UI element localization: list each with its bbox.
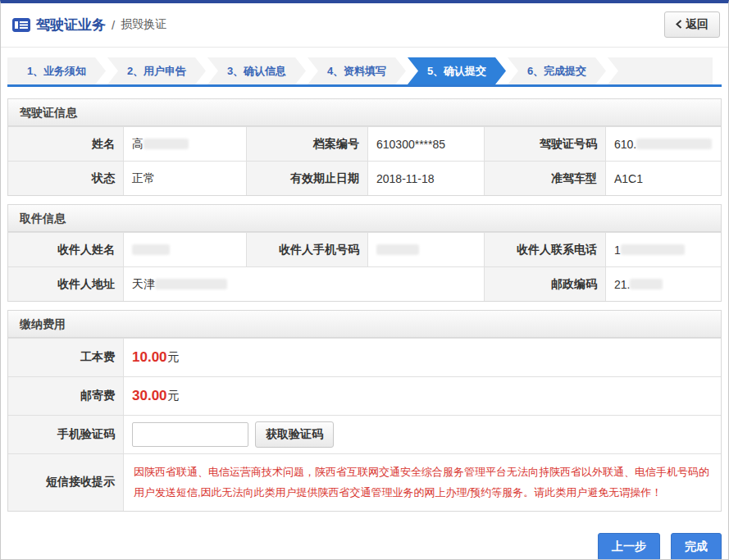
status-value: 正常 [124,162,247,195]
table-row: 状态 正常 有效期止日期 2018-11-18 准驾车型 A1C1 [8,161,721,195]
recipient-name-label: 收件人姓名 [8,233,124,266]
sms-code-input[interactable] [132,422,248,447]
page: 驾驶证业务 / 损毁换证 返回 1、业务须知 2、用户申告 3、确认信息 4、资… [0,0,729,560]
sms-notice-cell: 因陕西省联通、电信运营商技术问题，陕西省互联网交通安全综合服务管理平台无法向持陕… [124,454,721,511]
name-value: 高 [124,127,247,161]
recipient-mobile-value [368,233,485,266]
page-title: 驾驶证业务 [36,16,106,34]
pickup-info-section: 取件信息 收件人姓名 收件人手机号码 收件人联系电话 1 收件人地址 天津 邮政… [7,204,722,302]
get-sms-code-button[interactable]: 获取验证码 [255,421,334,448]
breadcrumb: 驾驶证业务 / 损毁换证 [12,16,166,34]
back-button[interactable]: 返回 [664,11,720,38]
license-no-label: 驾驶证号码 [485,127,606,161]
page-subtitle: 损毁换证 [121,17,166,32]
recipient-name-value [124,233,247,266]
topbar: 驾驶证业务 / 损毁换证 返回 [1,3,728,48]
fees-section: 缴纳费用 工本费 10.00元 邮寄费 30.00元 手机验证码 获取验证码 短… [7,310,722,512]
status-label: 状态 [8,162,124,195]
table-row: 工本费 10.00元 [8,338,721,376]
sms-code-field-area: 获取验证码 [124,416,721,453]
step-tab-1[interactable]: 1、业务须知 [7,57,106,84]
production-fee-label: 工本费 [8,339,124,376]
recipient-address-value: 天津 [124,267,485,301]
table-row: 收件人姓名 收件人手机号码 收件人联系电话 1 [8,232,721,266]
file-no-value: 610300****85 [368,127,485,161]
postal-code-label: 邮政编码 [485,267,606,301]
redaction-blur [636,139,712,149]
license-info-section: 驾驶证信息 姓名 高 档案编号 610300****85 驾驶证号码 610. … [7,98,722,196]
breadcrumb-divider: / [112,18,115,32]
redaction-blur [144,139,189,149]
back-button-label: 返回 [686,17,708,32]
fees-section-title: 缴纳费用 [8,311,721,338]
previous-step-button[interactable]: 上一步 [598,533,660,560]
sms-notice-label: 短信接收提示 [8,454,124,511]
postage-fee-label: 邮寄费 [8,377,124,415]
step-tab-4[interactable]: 4、资料填写 [308,57,406,84]
postage-fee-unit: 元 [168,389,180,403]
pickup-section-title: 取件信息 [8,205,721,232]
vehicle-class-label: 准驾车型 [485,162,606,195]
vehicle-class-value: A1C1 [606,162,721,195]
table-row: 收件人地址 天津 邮政编码 21. [8,266,721,301]
production-fee-unit: 元 [168,350,180,365]
recipient-address-label: 收件人地址 [8,267,124,301]
file-no-label: 档案编号 [247,127,368,161]
postal-code-value: 21. [606,267,721,301]
redaction-blur [630,279,663,289]
step-tab-5-active[interactable]: 5、确认提交 [408,57,506,84]
redaction-blur [621,244,685,255]
expiry-label: 有效期止日期 [247,162,368,195]
production-fee-value: 10.00元 [124,339,721,376]
license-no-value: 610. [606,127,721,161]
license-card-icon [12,18,30,32]
production-fee-amount: 10.00 [132,349,167,366]
finish-button[interactable]: 完成 [671,533,722,560]
step-progress-bar: 1、业务须知 2、用户申告 3、确认信息 4、资料填写 5、确认提交 6、完成提… [7,57,722,87]
expiry-value: 2018-11-18 [368,162,485,195]
recipient-phone-value: 1 [606,233,721,266]
table-row: 邮寄费 30.00元 [8,376,721,415]
footer-actions: 上一步 完成 [7,533,722,560]
name-label: 姓名 [8,127,124,161]
table-row: 姓名 高 档案编号 610300****85 驾驶证号码 610. [8,126,721,161]
step-tab-6[interactable]: 6、完成提交 [508,57,606,84]
table-row: 手机验证码 获取验证码 [8,415,721,453]
postage-fee-value: 30.00元 [124,377,721,415]
table-row: 短信接收提示 因陕西省联通、电信运营商技术问题，陕西省互联网交通安全综合服务管理… [8,453,721,511]
step-bar-filler [608,57,713,84]
recipient-mobile-label: 收件人手机号码 [247,233,368,266]
redaction-blur [132,244,170,255]
postage-fee-amount: 30.00 [132,388,167,404]
redaction-blur [155,279,227,289]
chevron-left-icon [676,18,682,31]
sms-code-label: 手机验证码 [8,416,124,453]
sms-notice-text: 因陕西省联通、电信运营商技术问题，陕西省互联网交通安全综合服务管理平台无法向持陕… [132,454,713,511]
license-section-title: 驾驶证信息 [8,99,721,126]
step-tab-2[interactable]: 2、用户申告 [107,57,206,84]
redaction-blur [376,244,419,255]
recipient-phone-label: 收件人联系电话 [485,233,606,266]
step-tab-3[interactable]: 3、确认信息 [207,57,306,84]
